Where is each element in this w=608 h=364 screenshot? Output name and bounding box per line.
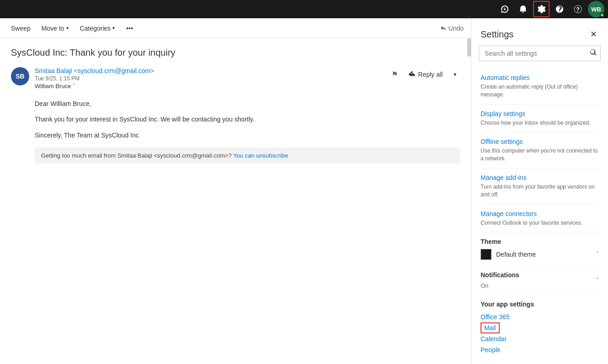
- undo-button[interactable]: Undo: [439, 25, 464, 32]
- more-button[interactable]: •••: [122, 23, 137, 34]
- automatic-replies-desc: Create an automatic reply (Out of office…: [481, 83, 599, 99]
- notifications-title: Notifications: [481, 271, 519, 279]
- settings-item-automatic-replies: Automatic replies Create an automatic re…: [481, 69, 599, 105]
- notifications-left: Notifications On: [481, 271, 519, 289]
- moveto-button[interactable]: Move to ▾: [38, 23, 73, 34]
- settings-item-display: Display settings Choose how your Inbox s…: [481, 105, 599, 133]
- flag-icon: ⚑: [391, 70, 398, 78]
- settings-header: Settings ✕: [471, 18, 608, 46]
- body-sign: Sincerely, The Team at SysCloud Inc: [35, 130, 460, 140]
- display-settings-link[interactable]: Display settings: [481, 110, 599, 117]
- email-body: Dear William Bruce, Thank you for your i…: [11, 99, 460, 140]
- top-bar-icons: ? WB: [497, 1, 604, 17]
- theme-chevron-icon: ˅: [596, 251, 599, 258]
- unsubscribe-bar: Getting too much email from Smitaa Balaj…: [35, 148, 460, 164]
- skype-icon[interactable]: [497, 1, 513, 17]
- settings-item-addins: Manage add-ins Turn add-ins from your fa…: [481, 169, 599, 205]
- offline-settings-link[interactable]: Offline settings: [481, 138, 599, 145]
- categories-button[interactable]: Categories ▾: [76, 23, 119, 34]
- recipient-label: William Bruce: [35, 83, 71, 90]
- app-link-mail[interactable]: Mail: [481, 322, 500, 333]
- main-area: Sweep Move to ▾ Categories ▾ ••• Undo: [0, 18, 608, 364]
- top-bar: ? WB: [0, 0, 608, 18]
- manage-addins-link[interactable]: Manage add-ins: [481, 174, 599, 181]
- settings-item-offline: Offline settings Use this computer when …: [481, 132, 599, 169]
- manage-addins-desc: Turn add-ins from your favorite app vend…: [481, 183, 599, 199]
- recipient-row: William Bruce ˅: [35, 83, 383, 90]
- unsubscribe-link[interactable]: You can unsubscribe: [233, 152, 288, 159]
- sender-avatar: SB: [11, 67, 29, 85]
- reply-all-button[interactable]: Reply all: [402, 68, 448, 81]
- moveto-label: Move to: [42, 25, 64, 32]
- moveto-chevron: ▾: [66, 25, 69, 31]
- help-icon[interactable]: [551, 1, 568, 17]
- settings-pane: Settings ✕ Automatic replies Create an a…: [471, 18, 608, 364]
- settings-title: Settings: [481, 29, 513, 40]
- categories-chevron: ▾: [112, 25, 115, 31]
- notifications-row[interactable]: Notifications On ˅: [481, 271, 599, 289]
- manage-connectors-link[interactable]: Manage connectors: [481, 210, 599, 217]
- email-toolbar: Sweep Move to ▾ Categories ▾ ••• Undo: [0, 18, 471, 38]
- sweep-label: Sweep: [11, 25, 31, 32]
- recipient-chevron-icon[interactable]: ˅: [73, 83, 75, 89]
- theme-name: Default theme: [496, 251, 536, 258]
- display-settings-desc: Choose how your Inbox should be organize…: [481, 119, 599, 127]
- settings-search-input[interactable]: [479, 46, 601, 61]
- more-label: •••: [126, 25, 133, 32]
- reply-dropdown-button[interactable]: ▾: [450, 69, 460, 80]
- email-pane: Sweep Move to ▾ Categories ▾ ••• Undo: [0, 18, 471, 364]
- app-link-people[interactable]: People: [481, 344, 599, 355]
- theme-left: Default theme: [481, 249, 536, 260]
- settings-item-connectors: Manage connectors Connect Outlook to you…: [481, 205, 599, 233]
- settings-items: Automatic replies Create an automatic re…: [471, 69, 608, 364]
- manage-connectors-desc: Connect Outlook to your favorite service…: [481, 219, 599, 227]
- bell-icon[interactable]: [515, 1, 531, 17]
- body-main: Thank you for your interest in SysCloud …: [35, 114, 460, 124]
- app-link-office365[interactable]: Office 365: [481, 311, 599, 322]
- sender-name[interactable]: Smitaa Balaji <syscloud.crm@gmail.com>: [35, 67, 383, 74]
- theme-section-title: Theme: [481, 238, 599, 245]
- email-subject: SysCloud Inc: Thank you for your inquiry: [11, 47, 460, 58]
- undo-icon: [439, 25, 447, 32]
- theme-row[interactable]: Default theme ˅: [481, 249, 599, 260]
- email-actions: ⚑ Reply all ▾: [389, 67, 460, 81]
- flag-button[interactable]: ⚑: [389, 67, 401, 81]
- email-meta: Smitaa Balaji <syscloud.crm@gmail.com> T…: [35, 67, 383, 90]
- app-settings-section: Your app settings Office 365 Mail Calend…: [481, 295, 599, 361]
- categories-label: Categories: [80, 25, 111, 32]
- settings-search: [479, 46, 601, 61]
- search-icon[interactable]: [590, 49, 597, 58]
- offline-settings-desc: Use this computer when you're not connec…: [481, 147, 599, 163]
- scrollbar-track[interactable]: [467, 38, 471, 364]
- automatic-replies-link[interactable]: Automatic replies: [481, 74, 599, 81]
- scrollbar-thumb[interactable]: [467, 38, 471, 57]
- question-icon[interactable]: ?: [570, 1, 586, 17]
- notifications-chevron-icon: ˅: [596, 277, 599, 284]
- body-greeting: Dear William Bruce,: [35, 99, 460, 109]
- settings-icon[interactable]: [533, 1, 550, 17]
- undo-label: Undo: [449, 25, 464, 32]
- reply-all-label: Reply all: [418, 71, 443, 78]
- app-link-calendar[interactable]: Calendar: [481, 333, 599, 344]
- svg-text:?: ?: [576, 6, 580, 13]
- unsubscribe-text: Getting too much email from Smitaa Balaj…: [41, 152, 232, 159]
- presence-dot: [600, 13, 604, 17]
- theme-swatch: [481, 249, 492, 260]
- settings-section-notifications: Notifications On ˅: [481, 266, 599, 295]
- email-date: Tue 9/25, 1:15 PM: [35, 75, 383, 82]
- email-content: SysCloud Inc: Thank you for your inquiry…: [0, 38, 471, 364]
- settings-close-button[interactable]: ✕: [588, 27, 599, 41]
- sweep-button[interactable]: Sweep: [7, 23, 34, 34]
- email-header: SB Smitaa Balaji <syscloud.crm@gmail.com…: [11, 67, 460, 90]
- app-settings-title: Your app settings: [481, 301, 599, 308]
- settings-section-theme: Theme Default theme ˅: [481, 232, 599, 266]
- avatar[interactable]: WB: [588, 1, 604, 17]
- notifications-status: On: [481, 282, 519, 289]
- reply-all-icon: [408, 71, 415, 78]
